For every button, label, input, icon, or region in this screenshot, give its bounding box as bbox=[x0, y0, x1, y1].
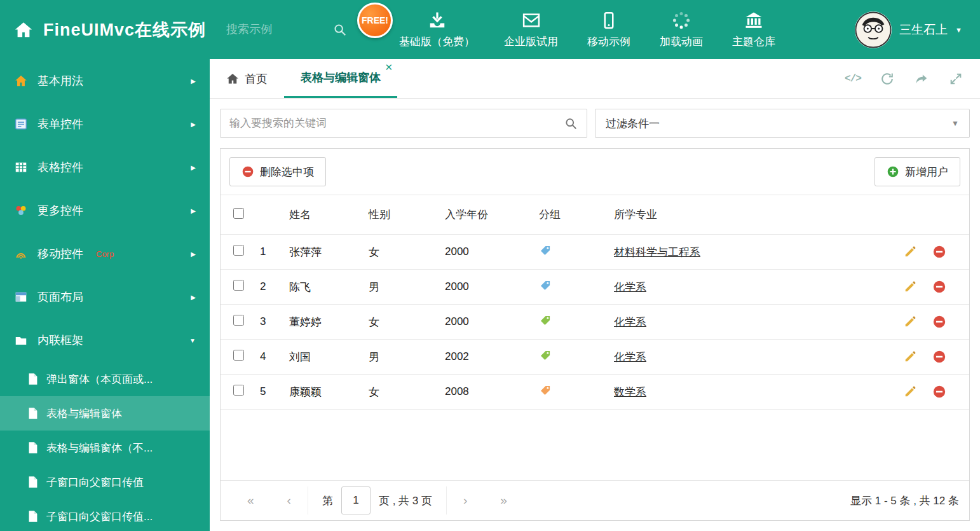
sidebar-item[interactable]: 页面布局 ▶ bbox=[0, 275, 210, 319]
file-icon bbox=[28, 407, 38, 420]
delete-icon[interactable] bbox=[932, 350, 946, 364]
caret-down-icon: ▼ bbox=[955, 26, 962, 34]
tab-home[interactable]: 首页 bbox=[210, 59, 284, 98]
row-checkbox[interactable] bbox=[233, 280, 244, 291]
header-nav-item[interactable]: 基础版（免费） FREE! bbox=[399, 11, 475, 49]
chevron-down-icon: ▼ bbox=[951, 119, 959, 128]
delete-selected-button[interactable]: 删除选中项 bbox=[229, 157, 326, 186]
sidebar-item[interactable]: 表格控件 ▶ bbox=[0, 146, 210, 189]
share-icon[interactable] bbox=[914, 72, 929, 86]
code-icon[interactable]: </> bbox=[845, 72, 861, 86]
row-actions bbox=[889, 315, 965, 329]
refresh-icon[interactable] bbox=[880, 72, 895, 86]
sidebar-subitem[interactable]: 弹出窗体（本页面或... bbox=[0, 362, 210, 396]
user-menu[interactable]: 三生石上 ▼ bbox=[855, 11, 980, 48]
search-icon[interactable] bbox=[564, 117, 578, 130]
header-nav-item[interactable]: 移动示例 bbox=[587, 11, 630, 49]
keyword-search-input[interactable] bbox=[229, 117, 564, 130]
delete-icon[interactable] bbox=[932, 280, 946, 294]
sub-label: 弹出窗体（本页面或... bbox=[46, 372, 153, 387]
sidebar-item[interactable]: 更多控件 ▶ bbox=[0, 189, 210, 232]
filter-dropdown[interactable]: 过滤条件一 ▼ bbox=[595, 109, 970, 138]
home-icon[interactable] bbox=[14, 20, 33, 39]
filter-row: 过滤条件一 ▼ bbox=[220, 109, 970, 138]
tab-tools: </> bbox=[845, 59, 980, 98]
edit-icon[interactable] bbox=[903, 280, 917, 294]
prev-page-button[interactable]: ‹ bbox=[271, 493, 308, 507]
table-row: 3 董婷婷 女 2000 化学系 bbox=[221, 305, 969, 340]
row-year: 2008 bbox=[441, 375, 535, 410]
tag-icon[interactable] bbox=[539, 349, 552, 362]
tab-bar: 首页 表格与编辑窗体 ✕ </> bbox=[210, 59, 980, 99]
col-group: 分组 bbox=[535, 195, 610, 235]
row-checkbox[interactable] bbox=[233, 350, 244, 361]
header-nav-item[interactable]: 企业版试用 bbox=[504, 11, 558, 49]
row-gender: 女 bbox=[365, 375, 441, 410]
sidebar-item[interactable]: 移动控件 Corp▶ bbox=[0, 232, 210, 275]
row-checkbox[interactable] bbox=[233, 385, 244, 396]
sidebar-subitem[interactable]: 表格与编辑窗体 bbox=[0, 396, 210, 431]
table-row: 2 陈飞 男 2000 化学系 bbox=[221, 270, 969, 305]
row-index: 1 bbox=[256, 235, 285, 270]
tag-icon[interactable] bbox=[539, 384, 552, 397]
edit-icon[interactable] bbox=[903, 350, 917, 364]
row-checkbox[interactable] bbox=[233, 245, 244, 256]
last-page-button[interactable]: » bbox=[484, 493, 524, 507]
edit-icon[interactable] bbox=[903, 385, 917, 399]
row-name: 张萍萍 bbox=[285, 235, 365, 270]
page-number-input[interactable] bbox=[341, 486, 371, 514]
select-all-checkbox[interactable] bbox=[233, 208, 244, 219]
close-icon[interactable]: ✕ bbox=[385, 62, 393, 72]
col-major: 所学专业 bbox=[610, 195, 885, 235]
sidebar-item[interactable]: 基本用法 ▶ bbox=[0, 59, 210, 102]
tag-icon[interactable] bbox=[539, 279, 552, 292]
bank-icon bbox=[744, 11, 763, 30]
free-badge: FREE! bbox=[357, 3, 393, 38]
tag-icon[interactable] bbox=[539, 244, 552, 257]
header-search-input[interactable] bbox=[226, 23, 333, 36]
tag-icon[interactable] bbox=[539, 314, 552, 327]
sidebar-subitem[interactable]: 子窗口向父窗口传值... bbox=[0, 499, 210, 531]
major-link[interactable]: 数学系 bbox=[614, 386, 646, 398]
add-user-button[interactable]: 新增用户 bbox=[875, 157, 960, 186]
download-icon bbox=[428, 11, 447, 30]
major-link[interactable]: 材料科学与工程系 bbox=[614, 246, 700, 258]
row-actions bbox=[889, 350, 965, 364]
row-name: 康颖颖 bbox=[285, 375, 365, 410]
major-link[interactable]: 化学系 bbox=[614, 351, 646, 363]
sidebar-item[interactable]: 内联框架 ▼ bbox=[0, 319, 210, 362]
tab-grid-edit-window[interactable]: 表格与编辑窗体 ✕ bbox=[284, 59, 397, 98]
chevron-right-icon: ▶ bbox=[191, 164, 196, 171]
chevron-right-icon: ▶ bbox=[191, 294, 196, 301]
row-actions bbox=[889, 245, 965, 259]
frame-icon bbox=[14, 333, 28, 347]
sidebar-subitem[interactable]: 表格与编辑窗体（不... bbox=[0, 431, 210, 465]
delete-icon[interactable] bbox=[932, 315, 946, 329]
sidebar-item[interactable]: 表单控件 ▶ bbox=[0, 102, 210, 146]
major-link[interactable]: 化学系 bbox=[614, 281, 646, 293]
first-page-button[interactable]: « bbox=[231, 493, 271, 507]
edit-icon[interactable] bbox=[903, 315, 917, 329]
delete-selected-label: 删除选中项 bbox=[260, 165, 314, 179]
side-label: 基本用法 bbox=[37, 73, 83, 88]
grid-panel: 删除选中项 新增用户 bbox=[220, 148, 970, 521]
chevron-right-icon: ▶ bbox=[191, 121, 196, 128]
sidebar-subitem[interactable]: 子窗口向父窗口传值 bbox=[0, 465, 210, 499]
row-year: 2000 bbox=[441, 305, 535, 340]
edit-icon[interactable] bbox=[903, 245, 917, 259]
avatar[interactable] bbox=[855, 11, 892, 48]
row-checkbox[interactable] bbox=[233, 315, 244, 326]
search-icon[interactable] bbox=[333, 23, 347, 37]
expand-icon[interactable] bbox=[948, 72, 963, 86]
delete-icon[interactable] bbox=[932, 245, 946, 259]
header-nav: 基础版（免费） FREE! 企业版试用 移动示例 加载动画 主题仓库 bbox=[399, 11, 775, 49]
form-icon bbox=[14, 117, 28, 131]
table-body: 1 张萍萍 女 2000 材料科学与工程系 2 陈飞 男 2000 化学系 3 … bbox=[221, 235, 969, 410]
next-page-button[interactable]: › bbox=[447, 493, 484, 507]
header-nav-item[interactable]: 加载动画 bbox=[660, 11, 703, 49]
major-link[interactable]: 化学系 bbox=[614, 316, 646, 328]
delete-icon[interactable] bbox=[932, 385, 946, 399]
row-gender: 女 bbox=[365, 305, 441, 340]
header-nav-item[interactable]: 主题仓库 bbox=[732, 11, 775, 49]
corp-tag: Corp bbox=[96, 249, 114, 259]
